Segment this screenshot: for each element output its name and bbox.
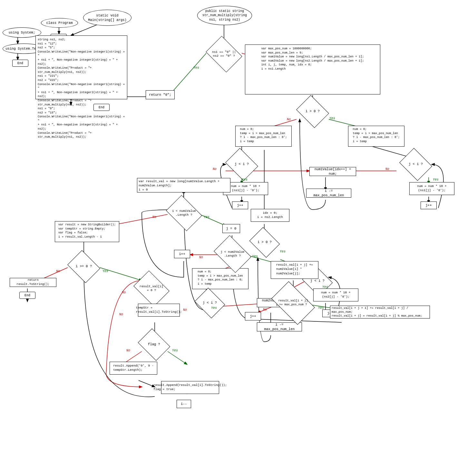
svg-line-39 (168, 351, 187, 364)
func-ellipse-label: public static string str_num_multiply(st… (202, 9, 247, 22)
block-num0-ns2: num = 0; temp = i > max_pos_num_len ? i … (192, 268, 248, 289)
diamond-i-gt0-2: i > 0 ? (250, 231, 279, 253)
yes-j-lt-i-right: Yes (433, 178, 439, 181)
no-resultval-0: No (122, 291, 126, 294)
block-num0-ns2-label: num = 0; temp = i > max_pos_num_len ? i … (198, 270, 243, 286)
diamond-j-lt-num2val: j < num2Value.Length ? (214, 241, 251, 267)
result-val-block-label: var result_val = new long[num1Value.Leng… (139, 180, 229, 192)
yes-flag: Yes (172, 349, 178, 352)
diamond-i-gte0: i >= 0 ? (68, 255, 100, 279)
using-system-label: using System; (9, 30, 35, 35)
result-val-add: result_val[i + j] += num1Value[i] * num2… (271, 261, 318, 279)
j-pp-1: j++ (232, 201, 248, 209)
num-times10-ns1-right: num = num * 10 + (ns1[j] - '0'); (409, 182, 454, 195)
tempstr-assign-label: tempStr = result_val[i].ToString(); (136, 306, 182, 314)
no-label-skip: No (119, 313, 123, 316)
func-ellipse-node: public static string str_num_multiply(st… (197, 6, 252, 25)
yes-i-gte0: Yes (102, 270, 108, 273)
idx0-i-ns2len-label: idx = 0; i = ns2.Length (257, 211, 283, 220)
j-pp-right-label: j++ (426, 203, 432, 208)
diamond-flag: flag ? (138, 333, 170, 356)
diamond-resultval-0: result_val[i]= 0 ? (134, 276, 169, 301)
yes-label-ns-zero: Yes (193, 66, 199, 70)
no-j-lt-i-right: No (385, 167, 389, 171)
no-j-lt-num2val: No (199, 256, 203, 259)
end-label-4: End (24, 294, 30, 297)
diamond-j-lt-i-1: j < i ? (226, 153, 258, 176)
block-num0-temp-i: num = 0; temp = i > max_pos_num_len ? i … (235, 126, 292, 147)
j-eq-0: j = 0 (222, 224, 240, 233)
diamond-i-gt0-1: i > 0 ? (296, 100, 329, 123)
class-program-label: class Program (46, 21, 73, 25)
i-pp: i++ (174, 250, 190, 258)
block-num0-temp-label: num = 0; temp = i > max_pos_num_len ? i … (240, 127, 287, 143)
main-body-block: string ns1, ns2; ns1 = "12"; ns2 = "5"; … (35, 35, 127, 99)
diamond-j-lt-i-2-left: j < i ? (195, 292, 224, 314)
yes-j-lt-i-2-left: Yes (211, 306, 217, 310)
i-mm-label: i-- (181, 402, 187, 406)
diamond-i-lt-num1val: i < num1Value.Length ? (166, 201, 202, 226)
i-mm: i-- (177, 400, 191, 408)
no-j-lt-i-2-left: No (183, 308, 187, 312)
block-num0-temp-i-right: num = 0; temp = i > max_pos_num_len ? i … (348, 126, 404, 147)
flowchart-diagram: using System; using System.Text; End cla… (0, 0, 476, 461)
main-ellipse-node: static void Main(string[] args) (83, 10, 131, 26)
tempstr-assign: tempStr = result_val[i].ToString(); (138, 304, 180, 317)
return-zero-node: return "0"; (146, 90, 175, 99)
num1value-assign-label: num1Value[idx++] = num; (312, 167, 354, 176)
result-append-val-label: result.Append(result_val[i].ToString());… (153, 383, 227, 392)
no-result-gte: No (263, 308, 267, 311)
no-j-lt-i-1: No (213, 167, 217, 171)
end-node-4: End (19, 292, 35, 299)
j-pp-1-label: j++ (237, 203, 243, 208)
i-minus-maxposlen-2-label: i -= max_pos_num_len (259, 322, 300, 331)
j-eq-0-label: j = 0 (226, 226, 237, 231)
no-flag: No (126, 349, 130, 352)
class-program-node: class Program (41, 18, 78, 28)
end-node-1: End (12, 60, 28, 67)
diamond-result-gte-maxpos: result_val[i + j]>= max_pos_num ? (271, 289, 315, 317)
idx0-i-ns2len: idx = 0; i = ns2.Length (251, 209, 289, 222)
result-val-add-label: result_val[i + j] += num1Value[i] * num2… (276, 263, 313, 276)
main-body-label: string ns1, ns2; ns1 = "12"; ns2 = "5"; … (38, 38, 125, 139)
i-minus-maxposlen-2: i -= max_pos_num_len (257, 322, 302, 331)
yes-result-gte: Yes (318, 306, 324, 310)
svg-line-3 (71, 24, 98, 35)
num-times10-ns1-right-label: num = num * 10 + (ns1[j] - '0'); (417, 184, 446, 193)
j-pp-right: j++ (421, 201, 437, 209)
no-i-lt-num1val: No (152, 215, 156, 219)
init-block: var max_pos_num = 1000000000; var max_po… (245, 44, 380, 94)
return-result: return result.ToString(); (10, 278, 56, 287)
no-i-gt0-1: No (287, 118, 291, 121)
num-times10-ns1-label: num = num * 10 + (ns1[j] - '0'); (231, 184, 260, 193)
svg-line-6 (171, 53, 206, 93)
end-label-3: End (99, 106, 104, 109)
i-minus-maxposlen-1: i -= max_pos_num_len (306, 189, 351, 198)
j-pp-3: j++ (245, 312, 261, 320)
yes-i-gt0-1: Yes (329, 117, 335, 120)
result-append-val: result.Append(result_val[i].ToString());… (161, 381, 219, 394)
result-val-carry-label: result_val[i + j + 1] += result_val[i + … (332, 306, 428, 318)
return-result-label: return result.ToString(); (12, 278, 54, 287)
num-times10-ns2-label: num = num * 10 + (ns2[j] - '0'); (321, 291, 350, 299)
i-pp-label: i++ (179, 252, 185, 256)
main-ellipse-label: static void Main(string[] args) (88, 13, 127, 22)
i-minus-maxposlen-1-label: i -= max_pos_num_len (308, 189, 349, 198)
j-pp-3-label: j++ (250, 314, 256, 319)
result-append-0-label: result.Append('0', 9 - tempStr.Length); (113, 364, 153, 372)
block-num0-temp-right-label: num = 0; temp = i > max_pos_num_len ? i … (353, 127, 400, 143)
yes-i-gt0-2: Yes (280, 250, 286, 253)
result-val-carry: result_val[i + j + 1] += result_val[i + … (330, 306, 430, 319)
end-label-1: End (17, 62, 23, 65)
init-block-label: var max_pos_num = 1000000000; var max_po… (261, 47, 364, 71)
yes-j-lt-i-1: Yes (242, 178, 248, 181)
end-node-3: End (93, 104, 110, 111)
svg-line-40 (139, 380, 155, 387)
stringbuilder-label: var result = new StringBuilder(); var te… (58, 223, 116, 239)
no-i-gte0: No (56, 270, 60, 273)
return-zero-label: return "0"; (149, 93, 171, 97)
num-times10-ns2: num = num * 10 + (ns2[j] - '0'); (313, 289, 358, 301)
diamond-ns-zero: ns1 == "0" ||ns2 == "0" ? (206, 41, 242, 67)
stringbuilder-block: var result = new StringBuilder(); var te… (55, 221, 119, 242)
num1value-assign: num1Value[idx++] = num; (309, 167, 356, 176)
